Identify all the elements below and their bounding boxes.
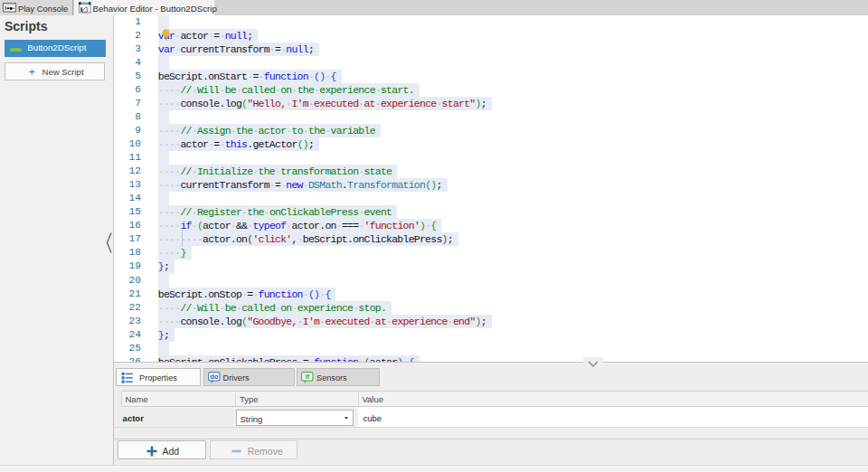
svg-text:do: do [210,373,218,381]
svg-text:if: if [306,373,310,381]
